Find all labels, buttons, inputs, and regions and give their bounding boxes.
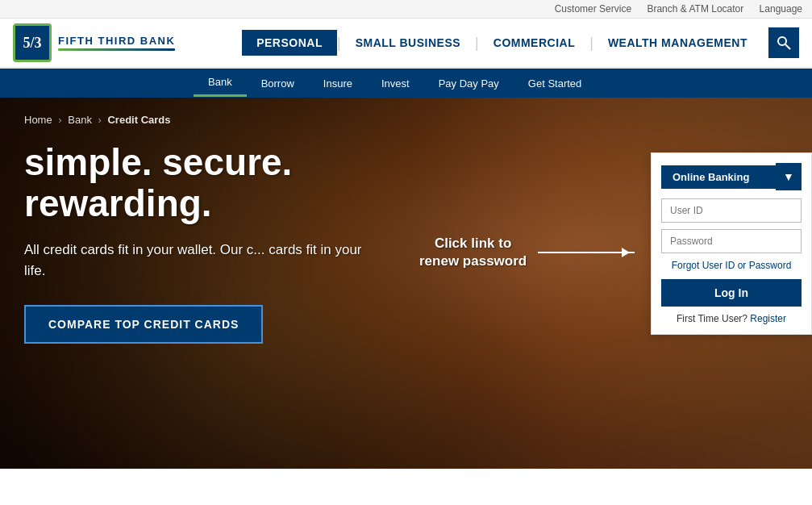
first-time-label: First Time User?: [677, 313, 747, 324]
hero-subtext: All credit cards fit in your wallet. Our…: [24, 240, 363, 281]
annotation-text: Click link torenew password: [419, 235, 527, 270]
utility-bar: Customer Service Branch & ATM Locator La…: [0, 0, 812, 19]
hero-headline: simple. secure. rewarding.: [24, 142, 443, 223]
login-button[interactable]: Log In: [661, 279, 802, 307]
logo-text-area: Fifth Third Bank: [58, 35, 175, 51]
logo-green-line: [58, 48, 175, 51]
login-panel-header: Online Banking ▼: [661, 163, 802, 190]
password-input[interactable]: [661, 229, 802, 253]
forgot-credentials-link[interactable]: Forgot User ID or Password: [661, 260, 802, 271]
svg-point-0: [778, 37, 786, 45]
subnav-pay[interactable]: Pay Day Pay: [424, 71, 514, 96]
login-label: Online Banking: [661, 165, 776, 189]
customer-service-link[interactable]: Customer Service: [555, 3, 631, 15]
subnav-borrow[interactable]: Borrow: [247, 71, 309, 96]
search-button[interactable]: [768, 27, 799, 58]
compare-cards-button[interactable]: COMPARE TOP CREDIT CARDS: [24, 305, 263, 344]
subnav-insure[interactable]: Insure: [309, 71, 367, 96]
annotation-arrow: [538, 252, 635, 253]
logo-symbol: 5/3: [23, 35, 41, 50]
logo-area: 5/3 Fifth Third Bank: [13, 23, 175, 62]
register-link[interactable]: Register: [750, 313, 786, 324]
annotation-area: Click link torenew password: [419, 235, 635, 270]
subnav-getstarted[interactable]: Get Started: [514, 71, 596, 96]
nav-personal[interactable]: PERSONAL: [242, 30, 337, 56]
login-dropdown-button[interactable]: ▼: [776, 163, 802, 190]
subnav-invest[interactable]: Invest: [367, 71, 424, 96]
breadcrumb-current: Credit Cards: [107, 114, 170, 126]
first-time-text: First Time User? Register: [661, 313, 802, 324]
language-link[interactable]: Language: [760, 3, 802, 15]
breadcrumb-sep-1: ›: [58, 114, 65, 126]
svg-line-1: [785, 44, 790, 49]
logo-icon: 5/3: [13, 23, 52, 62]
nav-wealth[interactable]: WEALTH MANAGEMENT: [593, 30, 762, 56]
logo-name: Fifth Third Bank: [58, 35, 175, 47]
nav-commercial[interactable]: COMMERCIAL: [479, 30, 589, 56]
sub-nav: Bank Borrow Insure Invest Pay Day Pay Ge…: [0, 69, 812, 98]
hero-section: Home › Bank › Credit Cards simple. secur…: [0, 98, 812, 469]
search-icon: [777, 35, 791, 50]
breadcrumb: Home › Bank › Credit Cards: [24, 114, 788, 126]
breadcrumb-bank[interactable]: Bank: [68, 114, 92, 126]
subnav-bank[interactable]: Bank: [194, 69, 247, 97]
breadcrumb-home[interactable]: Home: [24, 114, 52, 126]
user-id-input[interactable]: [661, 198, 802, 223]
header: 5/3 Fifth Third Bank PERSONAL | SMALL BU…: [0, 19, 812, 69]
login-panel: Online Banking ▼ Forgot User ID or Passw…: [651, 152, 812, 335]
nav-small-business[interactable]: SMALL BUSINESS: [341, 30, 475, 56]
breadcrumb-sep-2: ›: [98, 114, 105, 126]
branch-atm-link[interactable]: Branch & ATM Locator: [647, 3, 743, 15]
main-nav: PERSONAL | SMALL BUSINESS | COMMERCIAL |…: [242, 30, 762, 56]
